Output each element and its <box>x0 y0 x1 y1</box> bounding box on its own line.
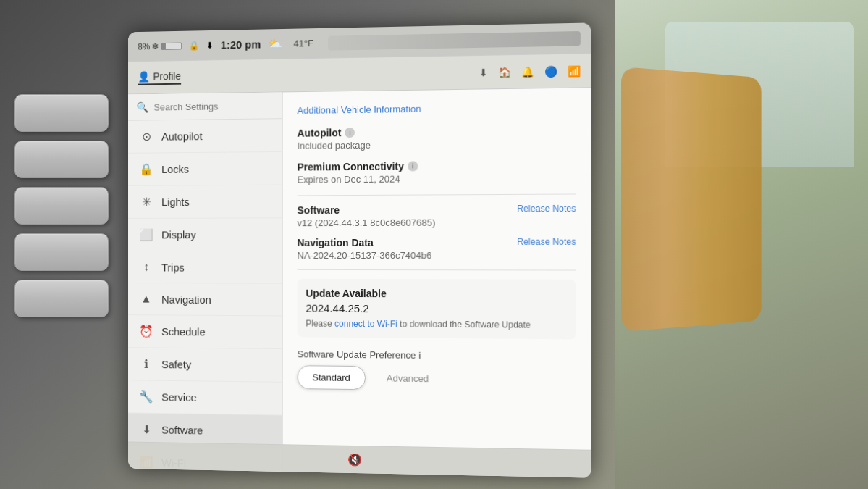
physical-button-2[interactable] <box>14 141 109 178</box>
sidebar-item-locks[interactable]: 🔒 Locks <box>128 152 282 186</box>
sidebar-item-safety[interactable]: ℹ Safety <box>128 348 282 383</box>
advanced-btn[interactable]: Advanced <box>371 366 444 390</box>
premium-info-label: Premium Connectivity i <box>298 159 576 173</box>
sidebar-item-navigation[interactable]: ▲ Navigation <box>128 283 282 316</box>
update-version: 2024.44.25.2 <box>306 302 567 316</box>
additional-vehicle-link[interactable]: Additional Vehicle Information <box>298 101 576 116</box>
sidebar: 🔍 ⊙ Autopilot 🔒 Locks ✳ Lights ⬜ Display… <box>128 92 283 472</box>
search-input[interactable] <box>154 100 274 112</box>
sidebar-item-lights[interactable]: ✳ Lights <box>128 185 282 219</box>
map-thumbnail <box>328 30 581 50</box>
preference-section: Software Update Preference i Standard Ad… <box>298 348 576 393</box>
mute-icon[interactable]: 🔇 <box>347 453 362 467</box>
tesla-screen: 8% ❄ 🔒 ⬇ 1:20 pm ⛅ 41°F 👤 Profile ⬇ 🏠 🔔 … <box>128 22 591 477</box>
sidebar-item-trips[interactable]: ↕ Trips <box>128 251 282 284</box>
trips-label: Trips <box>161 261 185 273</box>
trips-icon: ↕ <box>139 261 153 274</box>
navigation-label: Navigation <box>161 293 211 305</box>
locks-label: Locks <box>161 163 189 175</box>
software-heading: Software v12 (2024.44.3.1 8c0c8e607685) <box>298 204 436 229</box>
navigation-icon: ▲ <box>139 293 153 306</box>
search-icon: 🔍 <box>136 101 148 113</box>
autopilot-info-icon[interactable]: i <box>345 128 355 138</box>
bell-header-icon[interactable]: 🔔 <box>521 65 534 78</box>
software-icon: ⬇ <box>139 422 153 436</box>
autopilot-info-value: Included package <box>298 138 576 151</box>
autopilot-info-label: Autopilot i <box>298 125 576 139</box>
battery-bar <box>161 42 182 49</box>
autopilot-info-row: Autopilot i Included package <box>298 125 576 151</box>
service-label: Service <box>161 391 196 404</box>
standard-btn[interactable]: Standard <box>298 365 366 390</box>
header-icons: ⬇ 🏠 🔔 🔵 📶 <box>479 64 581 78</box>
preference-label: Software Update Preference i <box>298 348 576 362</box>
schedule-icon: ⏰ <box>139 325 153 338</box>
battery-percentage: 8% <box>138 41 150 51</box>
wood-trim <box>621 67 762 332</box>
safety-icon: ℹ <box>139 357 153 371</box>
download-icon: ⬇ <box>206 40 214 50</box>
physical-button-5[interactable] <box>14 280 109 317</box>
software-info-label: Software <box>298 204 436 217</box>
display-label: Display <box>161 228 196 241</box>
nav-data-label: Navigation Data <box>298 237 432 248</box>
update-available-section: Update Available 2024.44.25.2 Please con… <box>298 279 576 340</box>
update-available-label: Update Available <box>306 288 567 301</box>
release-notes-link-2[interactable]: Release Notes <box>517 237 576 247</box>
sidebar-item-schedule[interactable]: ⏰ Schedule <box>128 315 282 349</box>
download-header-icon[interactable]: ⬇ <box>479 66 488 78</box>
schedule-label: Schedule <box>161 325 206 338</box>
divider-2 <box>298 269 576 271</box>
sidebar-item-display[interactable]: ⬜ Display <box>128 218 282 251</box>
profile-label: Profile <box>153 70 181 81</box>
signal-header-icon[interactable]: 📶 <box>568 64 581 77</box>
preference-info-icon[interactable]: i <box>418 350 421 361</box>
connect-wifi-link[interactable]: connect to Wi-Fi <box>334 319 397 330</box>
profile-tab[interactable]: 👤 Profile <box>138 70 180 85</box>
software-version: v12 (2024.44.3.1 8c0c8e607685) <box>298 217 436 228</box>
snowflake-icon: ❄ <box>152 41 159 51</box>
software-section-header: Software v12 (2024.44.3.1 8c0c8e607685) … <box>298 204 576 228</box>
nav-data-section: Navigation Data NA-2024.20-15137-366c740… <box>298 237 576 262</box>
lock-icon: 🔒 <box>189 41 200 51</box>
physical-button-1[interactable] <box>14 94 109 132</box>
main-content: 🔍 ⊙ Autopilot 🔒 Locks ✳ Lights ⬜ Display… <box>128 88 591 477</box>
premium-info-icon[interactable]: i <box>408 161 418 171</box>
display-icon: ⬜ <box>139 228 153 242</box>
sidebar-item-service[interactable]: 🔧 Service <box>128 380 282 415</box>
safety-label: Safety <box>161 358 191 370</box>
lights-label: Lights <box>161 196 190 208</box>
status-temp: 41°F <box>294 38 313 49</box>
nav-data-info: Navigation Data NA-2024.20-15137-366c740… <box>298 237 432 261</box>
right-panel: Additional Vehicle Information Autopilot… <box>283 88 591 477</box>
premium-info-row: Premium Connectivity i Expires on Dec 11… <box>298 159 576 185</box>
nav-data-value: NA-2024.20-15137-366c7404b6 <box>298 250 432 261</box>
connect-wifi-text: Please connect to Wi-Fi to download the … <box>306 319 567 331</box>
autopilot-label: Autopilot <box>161 130 202 142</box>
software-label: Software <box>161 424 203 437</box>
locks-icon: 🔒 <box>139 162 153 176</box>
profile-icon: 👤 <box>138 70 149 82</box>
status-time: 1:20 pm <box>221 38 261 51</box>
sidebar-item-autopilot[interactable]: ⊙ Autopilot <box>128 119 282 154</box>
toggle-buttons: Standard Advanced <box>298 365 576 393</box>
search-bar[interactable]: 🔍 <box>128 92 282 120</box>
autopilot-icon: ⊙ <box>139 130 153 143</box>
weather-icon: ⛅ <box>268 37 282 51</box>
home-header-icon[interactable]: 🏠 <box>498 66 510 78</box>
premium-expiry: Expires on Dec 11, 2024 <box>298 172 576 185</box>
physical-button-3[interactable] <box>14 187 109 225</box>
physical-button-4[interactable] <box>14 233 109 271</box>
battery-indicator: 8% ❄ <box>138 41 182 51</box>
physical-buttons <box>0 87 123 325</box>
divider-1 <box>298 193 576 196</box>
lights-icon: ✳ <box>139 195 153 209</box>
service-icon: 🔧 <box>139 390 153 404</box>
release-notes-link-1[interactable]: Release Notes <box>517 204 576 214</box>
bluetooth-header-icon[interactable]: 🔵 <box>544 65 557 78</box>
